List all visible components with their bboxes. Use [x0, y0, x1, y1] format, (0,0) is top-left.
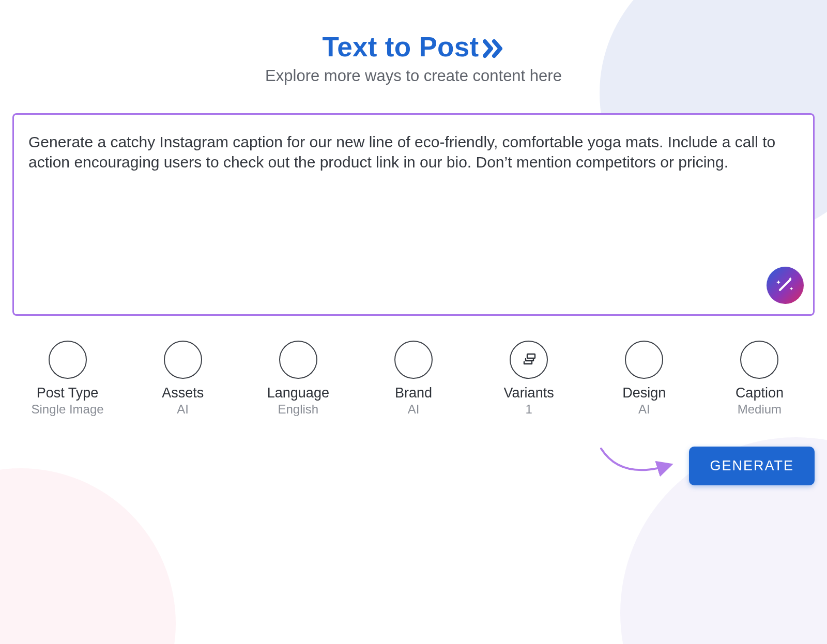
options-row: Post TypeSingle ImageAssetsAILanguageEng… [8, 341, 819, 417]
option-label: Caption [736, 385, 784, 401]
arrow-annotation-icon [597, 444, 675, 484]
option-label: Language [267, 385, 329, 401]
magic-wand-icon [775, 274, 795, 297]
footer-row: GENERATE [8, 447, 819, 485]
option-design[interactable]: DesignAI [589, 341, 699, 417]
option-label: Assets [162, 385, 204, 401]
option-assets[interactable]: AssetsAI [128, 341, 238, 417]
prompt-input[interactable] [14, 115, 813, 314]
header: Text to Post Explore more ways to create… [8, 31, 819, 85]
option-post-type[interactable]: Post TypeSingle Image [12, 341, 122, 417]
option-label: Post Type [37, 385, 99, 401]
svg-rect-1 [527, 354, 535, 358]
option-language[interactable]: LanguageEnglish [243, 341, 353, 417]
option-caption[interactable]: CaptionMedium [705, 341, 815, 417]
option-circle-assets [164, 341, 202, 379]
option-circle-language [279, 341, 317, 379]
magic-enhance-button[interactable] [767, 267, 804, 304]
option-circle-post-type [49, 341, 87, 379]
option-circle-design [625, 341, 663, 379]
option-value: AI [408, 402, 420, 417]
option-value: AI [638, 402, 650, 417]
page-title: Text to Post [323, 31, 479, 63]
option-value: AI [177, 402, 189, 417]
option-value: Single Image [32, 402, 104, 417]
option-label: Variants [504, 385, 554, 401]
option-label: Design [622, 385, 666, 401]
generate-button[interactable]: GENERATE [689, 447, 815, 485]
option-brand[interactable]: BrandAI [358, 341, 468, 417]
option-value: 1 [525, 402, 532, 417]
layers-icon [520, 350, 537, 369]
option-circle-brand [394, 341, 433, 379]
option-value: English [278, 402, 318, 417]
option-circle-variants [510, 341, 548, 379]
option-variants[interactable]: Variants1 [474, 341, 584, 417]
prompt-box [12, 113, 815, 316]
option-circle-caption [740, 341, 778, 379]
option-label: Brand [395, 385, 432, 401]
page-subtitle: Explore more ways to create content here [8, 67, 819, 85]
option-value: Medium [738, 402, 782, 417]
double-chevron-right-icon [483, 38, 504, 59]
title-link[interactable]: Text to Post [323, 31, 505, 63]
svg-line-0 [780, 280, 790, 290]
